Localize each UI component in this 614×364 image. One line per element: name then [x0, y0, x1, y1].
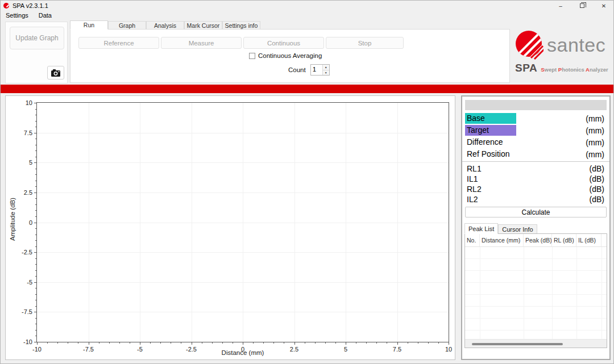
y-minor-tick [35, 270, 37, 271]
titlebar: SPA v2.3.1.1 – ✕ [1, 1, 614, 11]
count-row: Count 1 ▲ ▼ [288, 64, 330, 76]
y-tick-label: -10 [23, 338, 32, 345]
update-graph-button[interactable]: Update Graph [10, 27, 64, 49]
y-gridline [37, 162, 449, 163]
peak-table-header: No. Distance (mm) Peak (dB) RL (dB) IL (… [465, 234, 607, 247]
rl1-unit: (dB) [590, 164, 607, 173]
y-minor-tick [35, 330, 37, 330]
y-minor-tick [35, 109, 37, 110]
difference-row: Difference (mm) [465, 136, 607, 148]
x-minor-tick [366, 342, 367, 344]
x-tick [89, 342, 89, 345]
y-tick [34, 103, 37, 103]
restore-button[interactable] [571, 1, 593, 11]
peak-list-table: No. Distance (mm) Peak (dB) RL (dB) IL (… [464, 233, 607, 348]
y-tick-label: -7.5 [22, 308, 32, 315]
close-button[interactable]: ✕ [593, 1, 614, 11]
count-label: Count [288, 66, 306, 73]
x-tick [397, 342, 398, 345]
logo-block: santec SPA Swept Photonics Analyzer [515, 30, 612, 74]
stop-button[interactable]: Stop [326, 37, 404, 49]
y-tick [34, 162, 37, 163]
tab-run[interactable]: Run [70, 20, 108, 30]
col-il[interactable]: IL (dB) [576, 234, 601, 246]
hscroll-thumb[interactable] [472, 343, 563, 345]
x-minor-tick [160, 342, 161, 344]
x-tick [243, 342, 243, 345]
col-peak[interactable]: Peak (dB) [524, 234, 552, 246]
count-spinner[interactable]: 1 ▲ ▼ [310, 64, 330, 76]
camera-icon [51, 69, 60, 77]
rl2-label: RL2 [465, 185, 482, 194]
calculate-button[interactable]: Calculate [465, 207, 607, 217]
x-minor-tick [284, 342, 284, 344]
y-minor-tick [35, 169, 37, 169]
y-minor-tick [35, 318, 37, 319]
tab-graph[interactable]: Graph [108, 21, 146, 30]
menubar: Settings Data [1, 11, 614, 20]
chart-panel: -10-7.5-5-2.502.557.510-10-7.5-5-2.502.5… [5, 95, 455, 360]
count-up-icon[interactable]: ▲ [323, 65, 329, 70]
y-tick [34, 282, 37, 283]
plot-area[interactable]: -10-7.5-5-2.502.557.510-10-7.5-5-2.502.5… [36, 102, 449, 342]
x-minor-tick [78, 342, 78, 344]
x-tick [140, 342, 140, 345]
rl1-row: RL1 (dB) [465, 164, 607, 174]
y-tick [34, 223, 37, 223]
menu-data[interactable]: Data [34, 11, 57, 20]
y-tick [34, 312, 37, 312]
y-minor-tick [35, 288, 37, 288]
app-window: SPA v2.3.1.1 – ✕ Settings Data Update Gr… [0, 0, 614, 364]
reference-button[interactable]: Reference [78, 37, 159, 49]
santec-logo-icon [515, 30, 544, 60]
continuous-averaging-checkbox[interactable] [249, 53, 255, 59]
continuous-averaging-row: Continuous Averaging [249, 52, 322, 59]
y-tick-label: 0 [29, 219, 32, 226]
y-minor-tick [35, 276, 37, 277]
count-spinner-buttons: ▲ ▼ [322, 65, 329, 75]
accent-bar [1, 85, 614, 93]
y-minor-tick [35, 198, 37, 199]
main-tabstrip: Run Graph Analysis Mark Cursor Settings … [70, 20, 260, 30]
y-minor-tick [35, 204, 37, 205]
tab-analysis[interactable]: Analysis [146, 21, 184, 30]
spa-product-text: SPA [515, 62, 537, 74]
results-panel: Base (mm) Target (mm) Difference (mm) Re… [461, 95, 611, 360]
continuous-averaging-label: Continuous Averaging [258, 52, 322, 59]
tab-settings-info[interactable]: Settings info [222, 21, 260, 30]
base-row: Base (mm) [465, 112, 607, 124]
y-minor-tick [35, 139, 37, 139]
col-distance[interactable]: Distance (mm) [480, 234, 524, 246]
count-down-icon[interactable]: ▼ [323, 70, 329, 76]
y-tick-label: 5 [29, 159, 32, 166]
col-rl[interactable]: RL (dB) [552, 234, 576, 246]
measure-button[interactable]: Measure [161, 37, 242, 49]
y-tick [34, 342, 37, 342]
x-minor-tick [212, 342, 213, 344]
tab-peak-list[interactable]: Peak List [464, 223, 498, 234]
tab-cursor-info[interactable]: Cursor Info [498, 224, 537, 234]
x-minor-tick [263, 342, 264, 344]
col-no[interactable]: No. [465, 234, 480, 246]
continuous-button[interactable]: Continuous [243, 37, 324, 49]
x-minor-tick [47, 342, 48, 344]
y-minor-tick [35, 306, 37, 307]
y-minor-tick [35, 181, 37, 181]
y-minor-tick [35, 127, 37, 127]
ref-position-unit: (mm) [586, 150, 607, 159]
measure-rows: RL1 (dB) IL1 (dB) RL2 (dB) IL2 (dB) [465, 164, 607, 204]
y-tick-label: 2.5 [24, 189, 32, 196]
peak-table-hscrollbar[interactable] [465, 339, 607, 348]
il2-label: IL2 [465, 195, 478, 204]
y-minor-tick [35, 150, 37, 151]
menu-settings[interactable]: Settings [1, 11, 34, 20]
target-unit: (mm) [586, 126, 607, 135]
x-axis-title: Distance (mm) [36, 349, 449, 356]
minimize-button[interactable]: – [550, 1, 571, 11]
screenshot-button[interactable] [47, 66, 64, 80]
tab-mark-cursor[interactable]: Mark Cursor [184, 21, 222, 30]
x-minor-tick [222, 342, 223, 344]
spa-tagline: Swept Photonics Analyzer [541, 66, 608, 73]
x-minor-tick [233, 342, 233, 344]
y-tick-label: -2.5 [22, 249, 32, 256]
